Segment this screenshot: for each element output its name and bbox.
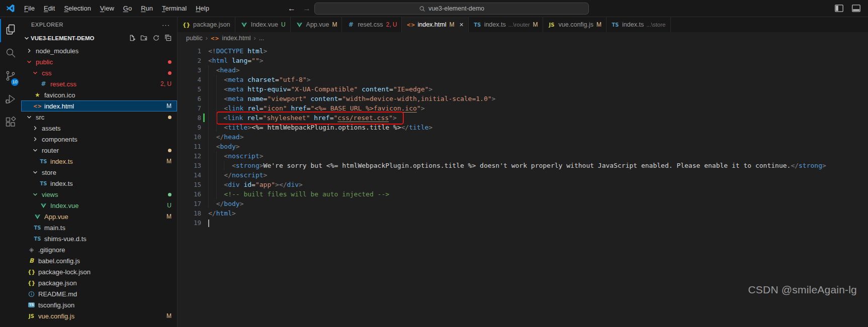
code-line-13[interactable]: 13 <strong>We're sorry but <%= htmlWebpa… <box>178 161 868 170</box>
tree-item-babel-config-js[interactable]: Bbabel.config.js <box>21 255 177 266</box>
line-number[interactable]: 10 <box>178 132 201 142</box>
chevron-down-icon <box>23 34 31 42</box>
line-number[interactable]: 4 <box>178 75 201 84</box>
tree-item-gitignore[interactable]: ◈.gitignore <box>21 244 177 255</box>
breadcrumb-tail[interactable]: ... <box>259 35 264 42</box>
indent-guide <box>208 199 209 208</box>
tree-item-public[interactable]: public <box>21 56 177 67</box>
menu-view[interactable]: View <box>96 0 119 17</box>
line-number[interactable]: 7 <box>178 103 201 113</box>
code-line-8[interactable]: 8 <link rel="shylesheet" href="css/reset… <box>178 113 868 123</box>
code-line-10[interactable]: 10 </head> <box>178 132 868 142</box>
tree-item-index-ts[interactable]: TSindex.tsM <box>21 156 177 167</box>
code-line-14[interactable]: 14 </noscript> <box>178 170 868 180</box>
breadcrumb-folder[interactable]: public <box>186 35 203 42</box>
tree-item-components[interactable]: components <box>21 134 177 145</box>
line-number[interactable]: 8 <box>178 113 201 123</box>
line-number[interactable]: 16 <box>178 189 201 199</box>
code-line-11[interactable]: 11 <body> <box>178 142 868 151</box>
line-number[interactable]: 11 <box>178 142 201 151</box>
tree-item-package-json[interactable]: {}package.json <box>21 277 177 288</box>
activity-explorer[interactable] <box>0 19 21 42</box>
code-line-9[interactable]: 9 <title><%= htmlWebpackPlugin.options.t… <box>178 123 868 132</box>
tree-item-views[interactable]: views <box>21 189 177 200</box>
menu-help[interactable]: Help <box>191 0 214 17</box>
tab-package-json[interactable]: {} package.json <box>178 17 235 32</box>
line-number[interactable]: 15 <box>178 180 201 189</box>
close-icon[interactable]: × <box>459 21 463 28</box>
new-file-icon[interactable] <box>128 34 136 42</box>
tree-item-favicon-ico[interactable]: ★favicon.ico <box>21 89 177 100</box>
collapse-all-icon[interactable] <box>164 34 172 42</box>
line-number[interactable]: 1 <box>178 46 201 56</box>
new-folder-icon[interactable] <box>140 34 148 42</box>
line-number[interactable]: 13 <box>178 161 201 170</box>
line-number[interactable]: 3 <box>178 65 201 75</box>
activity-search[interactable] <box>0 42 21 65</box>
line-number[interactable]: 18 <box>178 208 201 218</box>
back-arrow-icon[interactable]: ← <box>288 4 296 13</box>
line-number[interactable]: 14 <box>178 170 201 180</box>
line-number[interactable]: 9 <box>178 123 201 132</box>
tree-item-src[interactable]: src <box>21 112 177 123</box>
code-line-12[interactable]: 12 <noscript> <box>178 151 868 161</box>
refresh-icon[interactable] <box>152 34 160 42</box>
tree-item-index-html[interactable]: <>index.htmlM <box>21 100 177 112</box>
tree-item-assets[interactable]: assets <box>21 123 177 134</box>
code-line-18[interactable]: 18</html> <box>178 208 868 218</box>
code-line-3[interactable]: 3 <head> <box>178 65 868 75</box>
tree-item-shims-vue-d-ts[interactable]: TSshims-vue.d.ts <box>21 233 177 244</box>
code-line-1[interactable]: 1<!DOCTYPE html> <box>178 46 868 56</box>
code-line-17[interactable]: 17 </body> <box>178 199 868 208</box>
code-line-16[interactable]: 16 <!-- built files will be auto injecte… <box>178 189 868 199</box>
line-number[interactable]: 17 <box>178 199 201 208</box>
menu-go[interactable]: Go <box>119 0 136 17</box>
tree-item-package-lock-json[interactable]: {}package-lock.json <box>21 266 177 277</box>
more-actions-icon[interactable]: ··· <box>162 21 170 29</box>
code-line-15[interactable]: 15 <div id="app"></div> <box>178 180 868 189</box>
menu-selection[interactable]: Selection <box>59 0 95 17</box>
code-line-4[interactable]: 4 <meta charset="utf-8"> <box>178 75 868 84</box>
code-line-19[interactable]: 19 <box>178 218 868 228</box>
tree-item-app-vue[interactable]: App.vueM <box>21 211 177 222</box>
tab-vue-config-js[interactable]: JS vue.config.js M <box>543 17 606 32</box>
tab-index-vue[interactable]: Index.vue U <box>235 17 291 32</box>
tab-index-ts-router[interactable]: TS index.ts ...\router M <box>469 17 543 32</box>
toggle-panel-icon[interactable] <box>851 4 861 13</box>
tree-item-main-ts[interactable]: TSmain.ts <box>21 222 177 233</box>
line-number[interactable]: 5 <box>178 84 201 94</box>
line-number[interactable]: 12 <box>178 151 201 161</box>
menu-terminal[interactable]: Terminal <box>157 0 191 17</box>
code-line-6[interactable]: 6 <meta name="viewport" content="width=d… <box>178 94 868 103</box>
tree-item-tsconfig-json[interactable]: TStsconfig.json <box>21 299 177 310</box>
tab-reset-css[interactable]: # reset.css 2, U <box>342 17 402 32</box>
toggle-sidebar-icon[interactable] <box>834 4 844 13</box>
tree-item-node-modules[interactable]: node_modules <box>21 45 177 56</box>
tree-item-vue-config-js[interactable]: JSvue.config.jsM <box>21 310 177 321</box>
code-line-2[interactable]: 2<html lang=""> <box>178 56 868 65</box>
project-section-header[interactable]: VUE3-ELEMENT-DEMO <box>21 32 177 44</box>
line-number[interactable]: 6 <box>178 94 201 103</box>
activity-extensions[interactable] <box>0 112 21 135</box>
tree-item-index-ts[interactable]: TSindex.ts <box>21 178 177 189</box>
activity-source-control[interactable]: 10 <box>0 65 21 88</box>
tab-index-ts-store[interactable]: TS index.ts ...\store <box>606 17 670 32</box>
tree-item-readme-md[interactable]: README.md <box>21 288 177 299</box>
menu-run[interactable]: Run <box>136 0 157 17</box>
line-number[interactable]: 2 <box>178 56 201 65</box>
menu-file[interactable]: File <box>20 0 39 17</box>
activity-run-debug[interactable] <box>0 88 21 112</box>
command-center-search[interactable]: vue3-element-demo <box>314 3 589 15</box>
tree-item-router[interactable]: router <box>21 145 177 156</box>
tab-index-html[interactable]: <> index.html M × <box>402 17 468 32</box>
menu-edit[interactable]: Edit <box>39 0 59 17</box>
breadcrumb-file[interactable]: index.html <box>222 35 251 42</box>
tree-item-css[interactable]: css <box>21 67 177 78</box>
code-line-5[interactable]: 5 <meta http-equiv="X-UA-Compatible" con… <box>178 84 868 94</box>
tab-app-vue[interactable]: App.vue M <box>291 17 342 32</box>
forward-arrow-icon[interactable]: → <box>303 4 311 13</box>
tree-item-store[interactable]: store <box>21 167 177 178</box>
line-number[interactable]: 19 <box>178 218 201 228</box>
tree-item-index-vue[interactable]: Index.vueU <box>21 200 177 211</box>
tree-item-reset-css[interactable]: #reset.css2, U <box>21 78 177 89</box>
